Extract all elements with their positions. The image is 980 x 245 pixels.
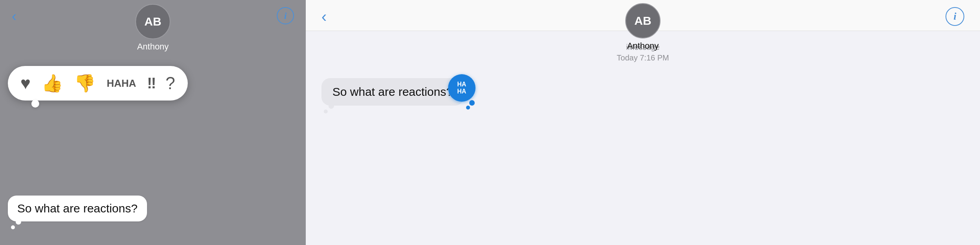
left-avatar-initials: AB (144, 15, 161, 28)
reaction-picker: ♥ 👍 👎 HA HA ‼ ? (8, 66, 188, 101)
reaction-exclamation[interactable]: ‼ (147, 75, 154, 92)
reaction-question[interactable]: ? (165, 73, 175, 93)
right-info-button[interactable]: i (946, 7, 964, 26)
haha-reaction-badge: HA HA (448, 74, 475, 102)
haha-badge-line1: HA (457, 81, 466, 88)
reaction-haha[interactable]: HA HA (107, 78, 136, 88)
haha-badge-line2: HA (457, 88, 466, 95)
left-avatar: AB (135, 4, 171, 39)
reaction-heart[interactable]: ♥ (20, 73, 31, 93)
haha-line1: HA (107, 78, 122, 88)
left-message-bubble: So what are reactions? (8, 196, 147, 221)
right-contact-name: Anthony (627, 41, 659, 51)
right-contact-center: AB Anthony (625, 3, 661, 51)
right-avatar: AB (625, 3, 661, 38)
right-panel: ‹ AB Anthony i iMessage Today 7:16 PM So… (306, 0, 980, 245)
left-contact-center: AB Anthony (135, 4, 171, 52)
haha-badge-text: HA HA (457, 81, 466, 95)
right-message-wrapper: So what are reactions? HA HA (321, 78, 964, 106)
imessage-time: Today 7:16 PM (321, 53, 964, 62)
left-panel: ‹ AB Anthony i ♥ 👍 👎 HA HA ‼ ? So what a… (0, 0, 306, 245)
right-message-text: So what are reactions? (332, 85, 453, 98)
right-back-button[interactable]: ‹ (321, 9, 327, 24)
left-back-button[interactable]: ‹ (12, 9, 16, 24)
right-message-bubble: So what are reactions? HA HA (321, 78, 464, 106)
left-header: ‹ AB Anthony i (0, 0, 306, 29)
right-header: ‹ AB Anthony i (306, 0, 980, 31)
left-message-area: So what are reactions? (8, 196, 147, 221)
reaction-thumbs-down[interactable]: 👎 (74, 73, 96, 93)
right-avatar-initials: AB (634, 14, 651, 27)
left-message-text: So what are reactions? (17, 202, 138, 215)
haha-line2: HA (122, 78, 136, 88)
left-info-button[interactable]: i (277, 7, 294, 24)
left-contact-name: Anthony (137, 42, 169, 52)
reaction-thumbs-up[interactable]: 👍 (42, 73, 63, 93)
